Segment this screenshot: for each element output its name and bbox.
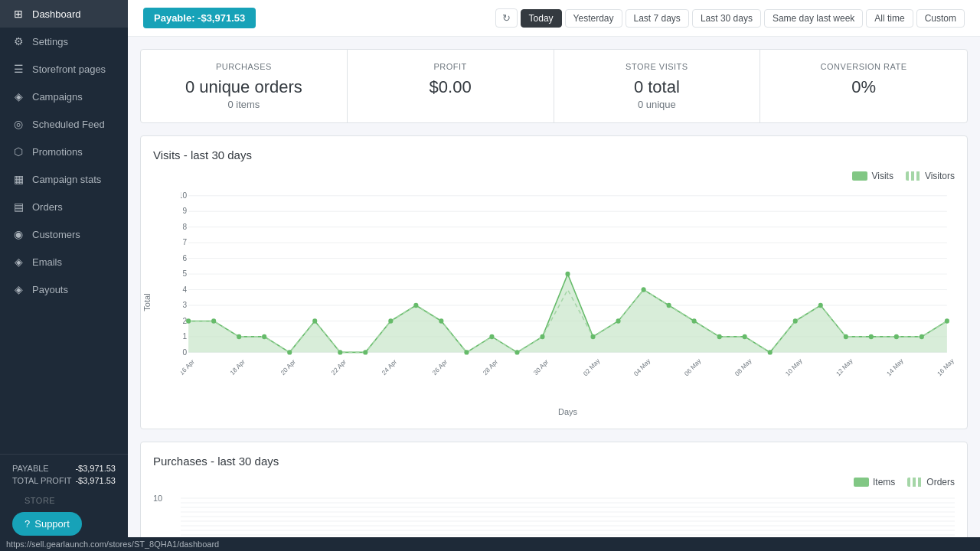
payouts-icon: ◈: [12, 283, 24, 295]
svg-point-31: [388, 318, 393, 323]
svg-text:3: 3: [182, 301, 187, 309]
visits-chart-legend: Visits Visitors: [153, 171, 955, 181]
legend-orders: Orders: [907, 477, 955, 487]
statusbar: https://sell.gearlaunch.com/stores/ST_8Q…: [0, 537, 980, 551]
sidebar-item-dashboard[interactable]: ⊞ Dashboard: [0, 0, 128, 28]
sidebar-item-label: Orders: [32, 201, 63, 213]
svg-text:28 Apr: 28 Apr: [482, 357, 500, 377]
svg-point-51: [894, 334, 899, 339]
svg-point-40: [616, 318, 621, 323]
svg-text:26 Apr: 26 Apr: [431, 357, 449, 377]
svg-text:14 May: 14 May: [885, 357, 905, 378]
sidebar-item-campaign-stats[interactable]: ▦ Campaign stats: [0, 165, 128, 193]
svg-text:10 May: 10 May: [784, 357, 804, 378]
svg-point-52: [920, 334, 924, 339]
svg-text:08 May: 08 May: [733, 357, 753, 378]
visits-chart-container: Total 01234567891016 Apr18 Apr20 Apr22 A…: [153, 187, 955, 416]
svg-text:04 May: 04 May: [632, 357, 652, 378]
svg-point-39: [590, 334, 595, 339]
svg-point-36: [514, 350, 519, 354]
sidebar-item-emails[interactable]: ◈ Emails: [0, 248, 128, 276]
sidebar-item-customers[interactable]: ◉ Customers: [0, 220, 128, 248]
svg-text:7: 7: [182, 238, 187, 246]
svg-point-23: [186, 318, 191, 323]
svg-point-50: [869, 334, 874, 339]
svg-point-48: [818, 303, 823, 308]
svg-text:12 May: 12 May: [835, 357, 854, 378]
purchases-svg: [181, 494, 955, 540]
sidebar-item-payouts[interactable]: ◈ Payouts: [0, 276, 128, 303]
emails-icon: ◈: [12, 256, 24, 268]
campaign-stats-icon: ▦: [12, 173, 24, 185]
refresh-button[interactable]: ↻: [495, 8, 518, 28]
svg-text:30 Apr: 30 Apr: [532, 357, 550, 377]
sidebar-item-settings[interactable]: ⚙ Settings: [0, 28, 128, 55]
svg-point-46: [768, 350, 773, 354]
sidebar-item-label: Campaigns: [32, 91, 83, 103]
svg-point-43: [692, 318, 697, 323]
svg-text:0: 0: [182, 347, 187, 356]
sidebar-item-storefront[interactable]: ☰ Storefront pages: [0, 55, 128, 83]
support-icon: ?: [24, 518, 30, 530]
stat-store-visits: STORE VISITS 0 total 0 unique: [554, 50, 761, 122]
svg-text:16 May: 16 May: [936, 357, 955, 378]
sidebar-item-scheduled-feed[interactable]: ◎ Scheduled Feed: [0, 110, 128, 138]
svg-point-42: [667, 303, 671, 308]
date-filters: ↻ Today Yesterday Last 7 days Last 30 da…: [495, 8, 965, 28]
support-button[interactable]: ? Support: [12, 512, 82, 536]
campaigns-icon: ◈: [12, 90, 24, 103]
filter-last30[interactable]: Last 30 days: [692, 9, 761, 28]
filter-yesterday[interactable]: Yesterday: [565, 9, 622, 28]
svg-text:16 Apr: 16 Apr: [181, 357, 196, 377]
legend-visitors: Visitors: [906, 171, 955, 181]
sidebar-item-label: Scheduled Feed: [32, 119, 105, 130]
filter-today[interactable]: Today: [521, 9, 562, 28]
store-section-label: STORE: [12, 488, 116, 508]
sidebar: ⊞ Dashboard ⚙ Settings ☰ Storefront page…: [0, 0, 128, 551]
sidebar-item-label: Emails: [32, 256, 62, 268]
stat-purchases: PURCHASES 0 unique orders 0 items: [141, 50, 348, 122]
svg-point-49: [844, 334, 848, 339]
sidebar-item-orders[interactable]: ▤ Orders: [0, 193, 128, 220]
svg-point-34: [464, 350, 469, 354]
svg-text:1: 1: [182, 332, 187, 341]
sidebar-item-label: Promotions: [32, 146, 83, 158]
filter-last7[interactable]: Last 7 days: [626, 9, 689, 28]
svg-marker-22: [188, 274, 947, 352]
svg-text:6: 6: [182, 254, 187, 262]
sidebar-item-label: Settings: [32, 36, 68, 47]
settings-icon: ⚙: [12, 35, 24, 47]
x-axis-label: Days: [181, 407, 955, 416]
svg-point-32: [413, 303, 418, 308]
total-profit-label: TOTAL PROFIT: [12, 476, 71, 485]
topbar: Payable: -$3,971.53 ↻ Today Yesterday La…: [128, 0, 980, 37]
legend-visitors-icon: [906, 171, 921, 181]
legend-visits-icon: [852, 171, 867, 181]
svg-text:06 May: 06 May: [683, 357, 703, 378]
filter-custom[interactable]: Custom: [916, 9, 965, 28]
svg-point-37: [540, 334, 544, 339]
y-axis-label: Total: [142, 293, 152, 311]
main-content: Payable: -$3,971.53 ↻ Today Yesterday La…: [128, 0, 980, 551]
legend-visits: Visits: [852, 171, 893, 181]
sidebar-item-campaigns[interactable]: ◈ Campaigns: [0, 83, 128, 110]
svg-point-53: [945, 318, 949, 323]
svg-text:8: 8: [182, 223, 187, 231]
filter-same-day[interactable]: Same day last week: [764, 9, 863, 28]
legend-items: Items: [854, 477, 895, 487]
payable-badge: Payable: -$3,971.53: [143, 8, 256, 28]
visits-chart-section: Visits - last 30 days Visits Visitors To…: [140, 135, 968, 429]
visits-svg: 01234567891016 Apr18 Apr20 Apr22 Apr24 A…: [181, 187, 955, 402]
payable-value: -$3,971.53: [75, 464, 116, 473]
storefront-icon: ☰: [12, 63, 24, 75]
payable-label: PAYABLE: [12, 464, 49, 473]
stats-grid: PURCHASES 0 unique orders 0 items PROFIT…: [140, 49, 968, 123]
sidebar-item-promotions[interactable]: ⬡ Promotions: [0, 138, 128, 165]
legend-items-icon: [854, 478, 869, 487]
svg-point-45: [743, 334, 747, 339]
dashboard-icon: ⊞: [12, 8, 24, 20]
filter-all-time[interactable]: All time: [866, 9, 913, 28]
svg-text:20 Apr: 20 Apr: [279, 357, 297, 377]
promotions-icon: ⬡: [12, 145, 24, 158]
svg-point-28: [312, 318, 317, 323]
